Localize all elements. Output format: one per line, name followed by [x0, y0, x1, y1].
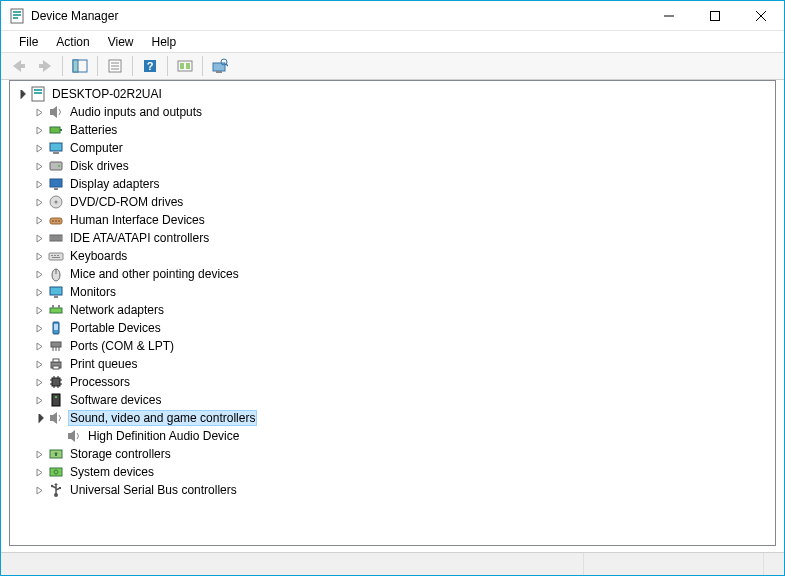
tree-root[interactable]: DESKTOP-02R2UAI: [12, 85, 773, 103]
menu-view[interactable]: View: [100, 33, 142, 51]
minimize-button[interactable]: [646, 1, 692, 31]
svg-rect-56: [50, 308, 62, 313]
tree-category[interactable]: Mice and other pointing devices: [30, 265, 773, 283]
back-button[interactable]: [7, 54, 31, 78]
svg-point-36: [55, 201, 58, 204]
chevron-right-icon[interactable]: [32, 357, 46, 371]
svg-rect-67: [53, 366, 59, 369]
tree-category[interactable]: DVD/CD-ROM drives: [30, 193, 773, 211]
chevron-right-icon[interactable]: [32, 267, 46, 281]
svg-text:?: ?: [147, 60, 154, 72]
svg-rect-57: [52, 305, 54, 308]
menubar: File Action View Help: [1, 31, 784, 52]
chevron-right-icon[interactable]: [32, 195, 46, 209]
action-button[interactable]: [173, 54, 197, 78]
close-button[interactable]: [738, 1, 784, 31]
svg-rect-82: [50, 468, 62, 476]
chevron-right-icon[interactable]: [32, 465, 46, 479]
tree-category-label: Universal Serial Bus controllers: [68, 483, 239, 497]
maximize-button[interactable]: [692, 1, 738, 31]
svg-rect-68: [52, 378, 60, 386]
svg-rect-79: [50, 415, 53, 421]
tree-device-label: High Definition Audio Device: [86, 429, 241, 443]
chevron-right-icon[interactable]: [32, 393, 46, 407]
chevron-right-icon[interactable]: [32, 177, 46, 191]
chevron-right-icon[interactable]: [32, 339, 46, 353]
tree-category[interactable]: Audio inputs and outputs: [30, 103, 773, 121]
tree-category[interactable]: Batteries: [30, 121, 773, 139]
svg-rect-28: [60, 129, 62, 131]
svg-rect-77: [52, 394, 60, 406]
tree-category[interactable]: Network adapters: [30, 301, 773, 319]
chevron-right-icon[interactable]: [32, 231, 46, 245]
menu-action[interactable]: Action: [48, 33, 97, 51]
status-cell: [584, 553, 764, 575]
chevron-right-icon[interactable]: [32, 249, 46, 263]
svg-rect-66: [53, 359, 59, 362]
window-title: Device Manager: [31, 9, 118, 23]
toolbar-separator: [62, 56, 63, 76]
tree-category[interactable]: IDE ATA/ATAPI controllers: [30, 229, 773, 247]
chevron-right-icon[interactable]: [32, 105, 46, 119]
chevron-right-icon[interactable]: [32, 141, 46, 155]
tree-category[interactable]: Processors: [30, 373, 773, 391]
chevron-right-icon[interactable]: [32, 303, 46, 317]
svg-rect-17: [180, 63, 184, 69]
svg-rect-89: [59, 487, 61, 489]
menu-help[interactable]: Help: [144, 33, 185, 51]
tree-category[interactable]: Universal Serial Bus controllers: [30, 481, 773, 499]
svg-rect-27: [50, 127, 60, 133]
forward-button[interactable]: [33, 54, 57, 78]
tree-category[interactable]: Print queues: [30, 355, 773, 373]
chevron-right-icon[interactable]: [32, 123, 46, 137]
tree-category-label: Print queues: [68, 357, 139, 371]
tree-category[interactable]: Portable Devices: [30, 319, 773, 337]
svg-rect-24: [34, 89, 42, 91]
svg-rect-1: [13, 11, 21, 13]
scan-hardware-button[interactable]: [208, 54, 232, 78]
svg-point-39: [55, 220, 57, 222]
svg-rect-30: [53, 152, 59, 154]
tree-category-label: Storage controllers: [68, 447, 173, 461]
svg-rect-58: [58, 305, 60, 308]
tree-category[interactable]: Display adapters: [30, 175, 773, 193]
tree-category[interactable]: Computer: [30, 139, 773, 157]
chevron-right-icon[interactable]: [32, 483, 46, 497]
svg-rect-5: [711, 11, 720, 20]
chevron-right-icon[interactable]: [32, 213, 46, 227]
chevron-down-icon[interactable]: [14, 87, 28, 101]
svg-rect-20: [216, 71, 222, 73]
resize-grip[interactable]: [764, 553, 784, 575]
show-hide-console-tree-button[interactable]: [68, 54, 92, 78]
chevron-right-icon[interactable]: [32, 159, 46, 173]
disk-icon: [48, 158, 64, 174]
titlebar: Device Manager: [1, 1, 784, 31]
tree-device[interactable]: High Definition Audio Device: [48, 427, 773, 445]
tree-category-label: Sound, video and game controllers: [68, 410, 257, 426]
tree-category[interactable]: Sound, video and game controllers: [30, 409, 773, 427]
chevron-down-icon[interactable]: [32, 411, 46, 425]
tree-category[interactable]: System devices: [30, 463, 773, 481]
chevron-right-icon[interactable]: [32, 447, 46, 461]
chevron-right-icon[interactable]: [32, 321, 46, 335]
display-icon: [48, 176, 64, 192]
chevron-right-icon[interactable]: [32, 285, 46, 299]
menu-file[interactable]: File: [11, 33, 46, 51]
tree-category[interactable]: Disk drives: [30, 157, 773, 175]
svg-rect-60: [54, 324, 58, 330]
storage-icon: [48, 446, 64, 462]
port-icon: [48, 338, 64, 354]
device-tree-pane[interactable]: DESKTOP-02R2UAIAudio inputs and outputsB…: [9, 80, 776, 546]
tree-category[interactable]: Monitors: [30, 283, 773, 301]
svg-point-78: [55, 396, 57, 398]
tree-category[interactable]: Human Interface Devices: [30, 211, 773, 229]
chevron-right-icon[interactable]: [32, 375, 46, 389]
tree-category[interactable]: Software devices: [30, 391, 773, 409]
properties-button[interactable]: [103, 54, 127, 78]
help-button[interactable]: ?: [138, 54, 162, 78]
tree-category[interactable]: Ports (COM & LPT): [30, 337, 773, 355]
svg-point-40: [58, 220, 60, 222]
tree-category[interactable]: Storage controllers: [30, 445, 773, 463]
tree-category[interactable]: Keyboards: [30, 247, 773, 265]
portable-icon: [48, 320, 64, 336]
